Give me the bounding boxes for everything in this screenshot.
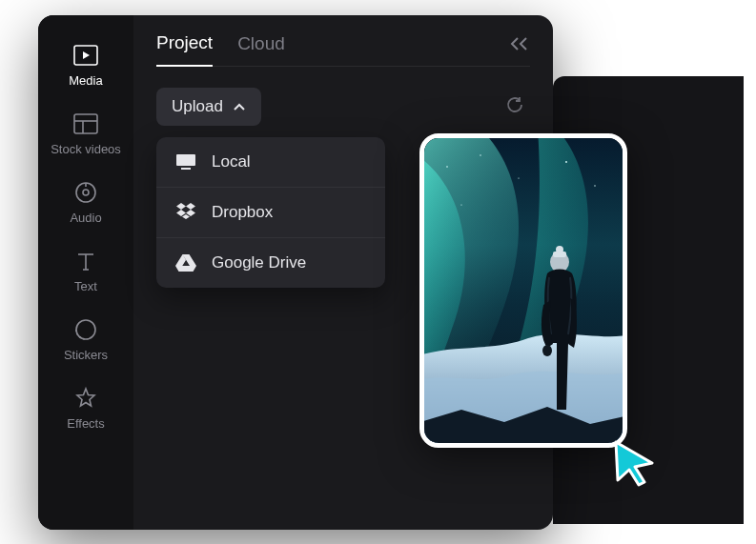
sidebar-item-label: Text: [74, 279, 97, 293]
sidebar-item-effects[interactable]: Effects: [38, 373, 133, 442]
svg-point-17: [594, 185, 595, 186]
monitor-icon: [175, 153, 196, 171]
stock-videos-icon: [73, 111, 98, 136]
upload-button-label: Upload: [172, 97, 223, 116]
toolbar: Upload: [156, 88, 530, 126]
stickers-icon: [74, 317, 97, 342]
svg-rect-12: [181, 168, 191, 170]
sidebar-item-label: Stickers: [64, 348, 108, 362]
audio-icon: [74, 180, 97, 205]
dropbox-icon: [175, 203, 196, 222]
tab-project[interactable]: Project: [156, 32, 213, 67]
sidebar-item-label: Effects: [67, 416, 105, 431]
upload-option-local[interactable]: Local: [156, 137, 385, 187]
google-drive-icon: [175, 253, 196, 272]
media-icon: [73, 43, 98, 68]
svg-point-14: [446, 166, 448, 168]
svg-point-16: [565, 161, 567, 163]
text-icon: [75, 249, 96, 273]
effects-icon: [74, 386, 97, 411]
refresh-button[interactable]: [500, 90, 530, 124]
svg-point-23: [542, 345, 552, 356]
sidebar-item-stock-videos[interactable]: Stock videos: [38, 99, 133, 168]
chevron-up-icon: [233, 97, 246, 116]
svg-point-15: [480, 154, 480, 155]
svg-point-19: [460, 204, 461, 205]
svg-rect-1: [74, 114, 97, 133]
sidebar-item-label: Audio: [70, 211, 101, 225]
sidebar-item-label: Media: [69, 73, 102, 88]
sidebar-item-text[interactable]: Text: [38, 236, 133, 305]
menu-item-label: Dropbox: [212, 203, 273, 222]
svg-point-18: [518, 177, 519, 178]
sidebar-item-audio[interactable]: Audio: [38, 168, 133, 236]
svg-rect-11: [176, 154, 195, 166]
sidebar-item-stickers[interactable]: Stickers: [38, 305, 133, 373]
svg-point-5: [83, 190, 89, 195]
cursor-pointer-icon: [610, 438, 660, 488]
sidebar-item-label: Stock videos: [51, 142, 121, 156]
svg-point-10: [76, 320, 95, 339]
upload-option-dropbox[interactable]: Dropbox: [156, 187, 385, 237]
sidebar: Media Stock videos Audio Text Stickers: [38, 15, 133, 530]
media-thumbnail[interactable]: [419, 133, 627, 448]
collapse-panel-button[interactable]: [509, 34, 530, 58]
upload-dropdown-menu: Local Dropbox Google Drive: [156, 137, 385, 288]
upload-option-google-drive[interactable]: Google Drive: [156, 237, 385, 288]
svg-point-22: [556, 246, 563, 253]
upload-button[interactable]: Upload: [156, 88, 261, 126]
sidebar-item-media[interactable]: Media: [38, 30, 133, 99]
menu-item-label: Local: [212, 152, 251, 171]
menu-item-label: Google Drive: [212, 253, 306, 272]
tab-bar: Project Cloud: [156, 32, 530, 67]
tab-cloud[interactable]: Cloud: [237, 33, 285, 66]
